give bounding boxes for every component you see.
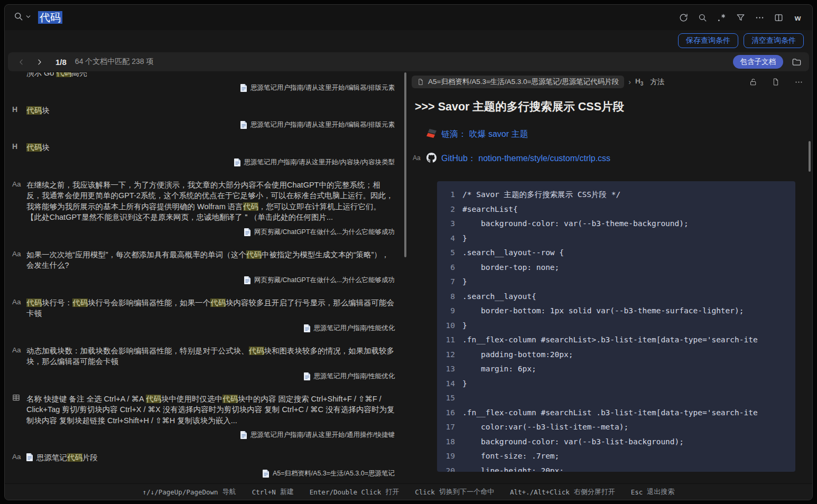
css-code-block[interactable]: 1/* Savor 主题的多行搜索展示 CSS片段 */2#searchList… xyxy=(437,181,795,472)
code-line: 8.search__layout{ xyxy=(437,290,795,304)
more-icon[interactable] xyxy=(754,12,766,24)
breadcrumb-doc-pill[interactable]: A5=归档资料/A5.3=生活/A5.3.0=思源笔记/思源笔记代码片段 xyxy=(412,76,624,88)
search-result-item[interactable]: Aa思源笔记代码片段A5=归档资料/A5.3=生活/A5.3.0=思源笔记 xyxy=(12,452,395,478)
result-path-text: 网页剪藏/ChatGPT在做什么...为什么它能够成功 xyxy=(254,276,395,285)
document-icon xyxy=(240,431,247,439)
line-number: 4 xyxy=(437,231,455,246)
shortcut-label: 打开 xyxy=(385,487,399,497)
preview-scrollbar[interactable] xyxy=(809,141,811,172)
code-line: 16.fn__flex-column #searchList .b3-list-… xyxy=(437,406,795,421)
result-text: 思源笔记代码片段 xyxy=(26,452,395,464)
code-text: background-color: var(--b3-theme-backgro… xyxy=(455,217,689,231)
document-icon xyxy=(26,453,33,461)
refresh-icon[interactable] xyxy=(677,12,690,24)
document-icon xyxy=(240,121,247,129)
result-path-text: 思源笔记用户指南/性能优化 xyxy=(314,372,395,381)
search-result-item[interactable]: 演示 Go 代码高亮思源笔记用户指南/请从这里开始/编辑器/排版元素 xyxy=(12,72,395,92)
table-type-icon xyxy=(12,394,20,402)
result-text: 在继续之前，我应该解释一下，为了方便演示，我文章的大部分内容不会使用ChatGP… xyxy=(26,180,395,223)
search-match-highlight: 代码 xyxy=(246,250,262,259)
unlock-icon[interactable] xyxy=(748,77,758,87)
code-text: color:var(--b3-list-item--meta); xyxy=(455,420,628,435)
breadcrumb: A5=归档资料/A5.3=生活/A5.3.0=思源笔记/思源笔记代码片段 › H… xyxy=(407,72,812,91)
search-history-chevron-down-icon[interactable] xyxy=(25,13,32,22)
liandi-link-row: 链滴： 吹爆 savor 主题 xyxy=(426,128,804,141)
result-doc-path: 思源笔记用户指南/性能优化 xyxy=(26,372,395,381)
code-text: .search__layout{ xyxy=(455,290,536,304)
line-number: 9 xyxy=(437,304,455,319)
search-result-item[interactable]: H代码块思源笔记用户指南/请从这里开始/内容块/内容块类型 xyxy=(12,142,395,167)
document-icon xyxy=(234,158,241,166)
heading-level-badge[interactable]: H3 xyxy=(635,77,643,87)
code-line: 11.fn__flex-column #searchList>.b3-list-… xyxy=(437,333,795,348)
line-number: 12 xyxy=(437,348,455,362)
results-scrollbar[interactable] xyxy=(404,72,406,257)
liandi-link[interactable]: 链滴： 吹爆 savor 主题 xyxy=(441,129,528,140)
save-query-button[interactable]: 保存查询条件 xyxy=(678,33,738,48)
previous-page-chevron-left-icon[interactable] xyxy=(14,55,28,69)
result-text: 演示 Go 代码高亮 xyxy=(26,72,395,79)
search-match-highlight: 代码 xyxy=(210,298,226,307)
search-result-item[interactable]: Aa如果一次次地“应用模型”，每次都添加具有最高概率的单词（这个代码中被指定为模… xyxy=(12,249,395,285)
search-results-list: 演示 Go 代码高亮思源笔记用户指南/请从这里开始/编辑器/排版元素H代码块思源… xyxy=(5,72,407,484)
code-line: 9 border-bottom: 1px solid var(--b3-them… xyxy=(437,304,795,319)
line-number: 19 xyxy=(437,449,455,464)
document-icon xyxy=(304,372,311,380)
result-doc-path: 思源笔记用户指南/性能优化 xyxy=(26,324,395,333)
search-result-item[interactable]: Aa动态加载块数：加载块数会影响编辑器性能，特别是对于公式块、代码块和图表块较多… xyxy=(12,346,395,381)
table-type-icon xyxy=(12,394,26,440)
shortcut-keys: ↑/↓/PageUp/PageDown xyxy=(143,488,218,496)
page-indicator: 1/8 xyxy=(55,58,67,67)
github-link[interactable]: GitHub： notion-theme/style/custom/ctrlp.… xyxy=(441,153,610,164)
filter-icon[interactable] xyxy=(735,12,747,24)
document-icon xyxy=(417,78,424,86)
code-text: } xyxy=(455,319,467,333)
code-text xyxy=(455,391,462,406)
code-line: 18 background-color: var(--b3-list-backg… xyxy=(437,435,795,450)
more-icon[interactable] xyxy=(793,77,804,87)
result-doc-path: A5=归档资料/A5.3=生活/A5.3.0=思源笔记 xyxy=(26,469,395,478)
search-result-item[interactable]: Aa在继续之前，我应该解释一下，为了方便演示，我文章的大部分内容不会使用Chat… xyxy=(12,180,395,237)
search-result-item[interactable]: Aa代码块行号：代码块行号会影响编辑器性能，如果一个代码块内容较多且开启了行号显… xyxy=(12,297,395,333)
code-line: 17 color:var(--b3-list-item--meta); xyxy=(437,420,795,435)
regex-icon[interactable] xyxy=(716,12,728,24)
code-line: 19 font-size: .7rem; xyxy=(437,449,795,464)
code-text: border-top: none; xyxy=(455,260,559,275)
search-toolbar-icons: w xyxy=(677,12,804,24)
w-window-icon[interactable]: w xyxy=(792,12,804,24)
code-line: 6 border-top: none; xyxy=(437,260,795,275)
search-match-highlight: 代码 xyxy=(56,72,71,77)
code-line: 3 background-color: var(--b3-theme-backg… xyxy=(437,217,795,231)
next-page-chevron-right-icon[interactable] xyxy=(32,55,46,69)
toolbar-right: 包含子文档 xyxy=(733,55,803,69)
shortcut-hint: Alt+./Alt+Click右侧分屏打开 xyxy=(510,487,615,497)
clear-query-button[interactable]: 清空查询条件 xyxy=(744,33,804,48)
breadcrumb-heading-text[interactable]: 方法 xyxy=(650,77,664,87)
line-number: 17 xyxy=(437,420,455,435)
code-text: margin: 6px; xyxy=(455,362,536,377)
code-text: font-size: .7rem; xyxy=(455,449,559,464)
document-title: >>> Savor 主题的多行搜索展示 CSS片段 xyxy=(412,99,804,114)
search-result-item[interactable]: H代码块思源笔记用户指南/请从这里开始/编辑器/排版元素 xyxy=(12,105,395,130)
document-icon[interactable] xyxy=(770,77,781,87)
code-text: } xyxy=(455,231,467,246)
search-match-highlight: 代码 xyxy=(26,143,42,152)
code-line: 14} xyxy=(437,377,795,391)
line-number: 15 xyxy=(437,391,455,406)
shortcut-statusbar: ↑/↓/PageUp/PageDown导航Ctrl+N新建Enter/Doubl… xyxy=(5,483,812,500)
split-screen-icon[interactable] xyxy=(773,12,785,24)
line-number: 13 xyxy=(437,362,455,377)
include-subdocs-chip[interactable]: 包含子文档 xyxy=(733,55,784,69)
github-logo-icon xyxy=(426,153,437,165)
line-number: 20 xyxy=(437,464,455,472)
line-number: 14 xyxy=(437,377,455,391)
replace-search-icon[interactable] xyxy=(697,12,709,24)
breadcrumb-doc-path: A5=归档资料/A5.3=生活/A5.3.0=思源笔记/思源笔记代码片段 xyxy=(428,77,619,87)
text-type-icon: Aa xyxy=(12,249,26,285)
shortcut-keys: Esc xyxy=(631,488,643,496)
search-result-item[interactable]: 名称 快捷键 备注 全选 Ctrl+A / ⌘A 代码块中使用时仅选中代码块中的… xyxy=(12,394,395,440)
folder-icon[interactable] xyxy=(791,56,803,68)
code-line: 15 xyxy=(437,391,795,406)
search-match-highlight: 代码 xyxy=(72,298,88,307)
search-input[interactable]: 代码 xyxy=(38,11,62,25)
